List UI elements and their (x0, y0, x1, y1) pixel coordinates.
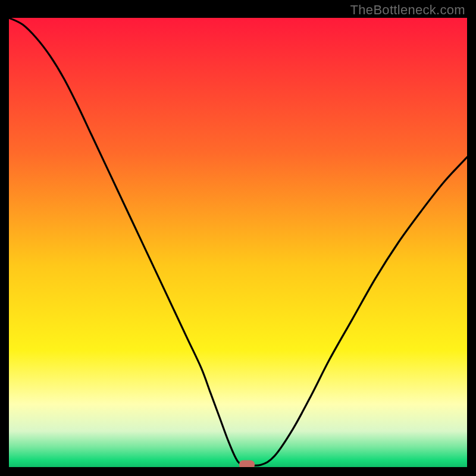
chart-frame: TheBottleneck.com (0, 0, 476, 476)
watermark-text: TheBottleneck.com (350, 2, 465, 18)
plot-area (9, 18, 467, 467)
min-marker (239, 461, 255, 467)
bottleneck-curve (9, 18, 467, 467)
